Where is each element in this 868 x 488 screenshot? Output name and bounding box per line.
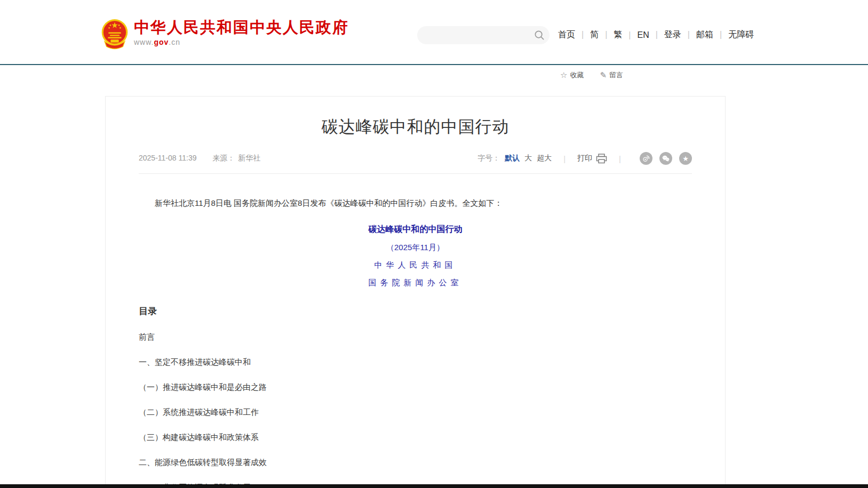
font-size-large[interactable]: 大 <box>524 154 532 163</box>
nav-link[interactable]: 首页 <box>558 29 575 41</box>
source-label: 来源： <box>212 154 235 162</box>
site-header: 中华人民共和国中央人民政府 www.gov.cn 首页简繁EN登录邮箱无障碍 <box>0 0 868 65</box>
site-title: 中华人民共和国中央人民政府 <box>134 18 349 36</box>
article-meta: 2025-11-08 11:39 来源： 新华社 <box>139 154 260 163</box>
national-emblem-icon <box>100 18 129 50</box>
favorite-label: 收藏 <box>570 70 584 80</box>
nav-link[interactable]: 登录 <box>649 29 681 41</box>
font-size-default[interactable]: 默认 <box>505 154 520 163</box>
search-box <box>417 26 550 44</box>
nav-link[interactable]: EN <box>622 30 649 40</box>
document-title: 碳达峰碳中和的中国行动 <box>139 224 692 235</box>
article-action-row: ☆ 收藏 ✎ 留言 <box>560 70 639 80</box>
nav-link[interactable]: 无障碍 <box>713 29 754 41</box>
star-share-icon: ★ <box>682 155 689 162</box>
toc-item[interactable]: 二、能源绿色低碳转型取得显著成效 <box>139 458 692 468</box>
star-icon: ☆ <box>560 70 567 80</box>
nav-link[interactable]: 繁 <box>599 29 622 41</box>
font-size-xlarge[interactable]: 超大 <box>537 154 552 163</box>
print-button[interactable]: 打印 <box>577 154 607 164</box>
print-label: 打印 <box>577 154 592 163</box>
share-star-button[interactable]: ★ <box>679 152 692 165</box>
nav-link[interactable]: 邮箱 <box>681 29 713 41</box>
toc-item[interactable]: 前言 <box>139 332 692 342</box>
wechat-icon <box>662 154 670 163</box>
share-icons: ★ <box>633 152 692 165</box>
document-org-line2: 国务院新闻办公室 <box>139 278 692 288</box>
weibo-icon <box>642 154 650 163</box>
pencil-icon: ✎ <box>600 70 607 80</box>
page-title: 碳达峰碳中和的中国行动 <box>139 115 692 139</box>
site-logo[interactable]: 中华人民共和国中央人民政府 www.gov.cn <box>100 18 349 50</box>
url-gov: gov <box>154 38 169 46</box>
toc-item[interactable]: 一、坚定不移推进碳达峰碳中和 <box>139 357 692 367</box>
toc-list: 前言一、坚定不移推进碳达峰碳中和（一）推进碳达峰碳中和是必由之路（二）系统推进碳… <box>139 332 692 488</box>
top-nav: 首页简繁EN登录邮箱无障碍 <box>558 29 754 41</box>
toc-item[interactable]: （一）推进碳达峰碳中和是必由之路 <box>139 382 692 393</box>
font-size-options: 默认 大 超大 <box>500 154 552 163</box>
divider: | <box>563 154 566 163</box>
document-date: （2025年11月） <box>139 243 692 253</box>
nav-link[interactable]: 简 <box>575 29 599 41</box>
bottom-edge-bar <box>0 484 868 488</box>
font-size-label: 字号： <box>477 154 500 163</box>
share-wechat-button[interactable] <box>659 152 672 165</box>
toc-heading: 目录 <box>139 305 692 317</box>
site-url: www.gov.cn <box>134 38 349 46</box>
printer-icon <box>596 154 607 164</box>
divider: | <box>619 154 621 163</box>
favorite-button[interactable]: ☆ 收藏 <box>560 70 584 80</box>
comment-button[interactable]: ✎ 留言 <box>600 70 623 80</box>
search-input[interactable] <box>417 26 529 44</box>
share-weibo-button[interactable] <box>640 152 652 165</box>
toc-item[interactable]: （二）系统推进碳达峰碳中和工作 <box>139 407 692 418</box>
article-meta-row: 2025-11-08 11:39 来源： 新华社 字号： 默认 大 超大 | 打… <box>139 152 692 174</box>
toc-item[interactable]: （三）构建碳达峰碳中和政策体系 <box>139 433 692 443</box>
comment-label: 留言 <box>609 70 623 80</box>
url-cn: .cn <box>169 38 180 46</box>
publish-date: 2025-11-08 11:39 <box>139 154 196 162</box>
url-www: www. <box>134 38 154 46</box>
search-button[interactable] <box>529 26 550 44</box>
document-org-line1: 中华人民共和国 <box>139 260 692 270</box>
lead-paragraph: 新华社北京11月8日电 国务院新闻办公室8日发布《碳达峰碳中和的中国行动》白皮书… <box>139 196 692 210</box>
source-value[interactable]: 新华社 <box>238 154 260 162</box>
article-toolbar: 字号： 默认 大 超大 | 打印 | <box>477 152 692 165</box>
search-icon <box>534 30 545 41</box>
article-card: 碳达峰碳中和的中国行动 2025-11-08 11:39 来源： 新华社 字号：… <box>105 96 726 488</box>
